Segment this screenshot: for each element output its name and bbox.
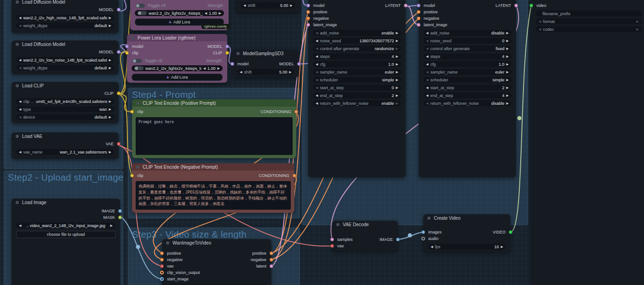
decrement-arrow-icon[interactable]: ◀ xyxy=(316,39,318,42)
decrement-arrow-icon[interactable]: ◀ xyxy=(316,31,318,34)
increment-arrow-icon[interactable]: ▶ xyxy=(396,63,398,66)
widget-return-with-leftover-noise[interactable]: ◀return_with_leftover_noisedisable▶ xyxy=(423,100,512,106)
lora-toggle-switch[interactable] xyxy=(134,66,144,70)
increment-arrow-icon[interactable]: ▶ xyxy=(396,78,398,81)
port-dot[interactable] xyxy=(225,45,229,48)
widget-shift[interactable]: ◀shift5.00▶ xyxy=(237,69,294,75)
increment-arrow-icon[interactable]: ▶ xyxy=(637,20,639,23)
decrement-arrow-icon[interactable]: ◀ xyxy=(426,63,428,66)
node-header[interactable]: Load Diffusion Model xyxy=(12,40,119,48)
increment-arrow-icon[interactable]: ▶ xyxy=(396,94,398,97)
decrement-arrow-icon[interactable]: ◀ xyxy=(539,20,541,23)
decrement-arrow-icon[interactable]: ◀ xyxy=(316,47,318,50)
port-dot[interactable] xyxy=(514,4,518,7)
port-dot[interactable] xyxy=(294,110,298,114)
toggle-all-switch[interactable] xyxy=(136,4,145,8)
port-dot[interactable] xyxy=(297,62,301,66)
port-dot[interactable] xyxy=(117,142,121,146)
port-dot[interactable] xyxy=(117,8,121,11)
collapse-dot-icon[interactable] xyxy=(16,84,19,87)
increment-arrow-icon[interactable]: ▶ xyxy=(637,28,639,31)
hollow-port-dot[interactable] xyxy=(160,277,164,281)
port-dot[interactable] xyxy=(421,230,425,234)
decrement-arrow-icon[interactable]: ◀ xyxy=(316,94,318,97)
decrement-arrow-icon[interactable]: ◀ xyxy=(316,78,318,81)
collapse-dot-icon[interactable] xyxy=(16,201,19,204)
widget-weight-dtype[interactable]: ◀weight_dtypedefault▶ xyxy=(16,23,114,28)
decrement-arrow-icon[interactable]: ◀ xyxy=(19,100,21,103)
collapse-dot-icon[interactable] xyxy=(16,0,19,4)
increment-arrow-icon[interactable]: ▶ xyxy=(109,115,111,119)
decrement-arrow-icon[interactable]: ◀ xyxy=(426,55,428,58)
decrement-arrow-icon[interactable]: ◀ xyxy=(426,86,428,89)
lora-row[interactable]: wan2.2_i2v_lightx2v_4steps_lora_v...◀1.0… xyxy=(135,10,224,16)
increment-arrow-icon[interactable]: ▶ xyxy=(290,4,293,7)
widget-shift[interactable]: ◀shift5.00▶ xyxy=(241,2,295,8)
increment-arrow-icon[interactable]: ▶ xyxy=(396,31,398,34)
decrement-arrow-icon[interactable]: ◀ xyxy=(19,24,21,27)
decrement-arrow-icon[interactable]: ◀ xyxy=(426,39,428,42)
increment-arrow-icon[interactable]: ▶ xyxy=(506,70,509,74)
widget-sampler-name[interactable]: ◀sampler_nameeuler▶ xyxy=(313,69,401,75)
widget-fps[interactable]: ◀fps16▶ xyxy=(428,244,506,250)
increment-arrow-icon[interactable]: ▶ xyxy=(109,100,111,103)
collapse-dot-icon[interactable] xyxy=(427,217,431,220)
node-header[interactable]: Load VAE xyxy=(12,132,119,140)
node-header[interactable]: ModelSamplingSD3 xyxy=(232,50,299,57)
increment-arrow-icon[interactable]: ▶ xyxy=(506,63,509,66)
prompt-textarea[interactable]: 色调艳丽，过曝，静态，细节模糊不清，字幕，风格，作品，画作，画面，静止，整体发灰… xyxy=(136,181,291,210)
widget-device[interactable]: ◀devicedefault▶ xyxy=(16,114,114,120)
increment-arrow-icon[interactable]: ▶ xyxy=(396,70,398,74)
increment-arrow-icon[interactable]: ▶ xyxy=(396,102,398,105)
node-header[interactable]: CLIP Text Encode (Negative Prompt) xyxy=(132,163,294,171)
increment-arrow-icon[interactable]: ▶ xyxy=(396,39,398,42)
node-ksampler-advanced-low[interactable]: modelLATENTpositivenegativelatent_image◀… xyxy=(419,0,516,177)
port-dot[interactable] xyxy=(306,23,310,27)
widget-clip-[interactable]: ◀clip ...umt5_xxl_fp8_e4m3fn_scaled.safe… xyxy=(16,98,114,104)
widget-weight-dtype[interactable]: ◀weight_dtypedefault▶ xyxy=(16,65,114,71)
port-dot[interactable] xyxy=(160,264,164,268)
increment-arrow-icon[interactable]: ▶ xyxy=(506,39,509,42)
increment-arrow-icon[interactable]: ▶ xyxy=(396,55,398,58)
widget-return-with-leftover-noise[interactable]: ◀return_with_leftover_noiseenable▶ xyxy=(313,100,401,106)
node-header[interactable]: Load Image xyxy=(12,199,120,206)
toggle-all-switch[interactable] xyxy=(132,59,142,63)
collapse-dot-icon[interactable] xyxy=(136,102,139,105)
collapse-dot-icon[interactable] xyxy=(166,241,169,245)
decrement-arrow-icon[interactable]: ◀ xyxy=(19,108,21,111)
hollow-port-dot[interactable] xyxy=(160,271,164,274)
node-header[interactable]: CLIP Text Encode (Positive Prompt) xyxy=(132,99,296,107)
lora-toggle-switch[interactable] xyxy=(138,11,147,15)
port-dot[interactable] xyxy=(404,4,408,7)
port-dot[interactable] xyxy=(417,17,420,20)
port-dot[interactable] xyxy=(130,174,134,177)
prompt-textarea[interactable]: Prompt goes here xyxy=(136,117,293,155)
node-load-diffusion-model-low[interactable]: Load Diffusion ModelMODEL◀wan2.2_i2v_low… xyxy=(12,40,119,74)
collapse-dot-icon[interactable] xyxy=(131,36,134,40)
lora-row[interactable]: wan2.2_i2v_lightx2v_4steps_lora_v...◀1.0… xyxy=(132,65,223,71)
increment-arrow-icon[interactable]: ▶ xyxy=(219,11,221,15)
decrement-arrow-icon[interactable]: ◀ xyxy=(316,102,318,105)
node-power-lora-loader-2[interactable]: Power Lora Loader (rgthree)modelMODELcli… xyxy=(127,34,227,83)
port-dot[interactable] xyxy=(270,258,273,262)
port-dot[interactable] xyxy=(509,230,512,234)
node-ksampler-advanced-high[interactable]: modelLATENTpositivenegativelatent_image◀… xyxy=(308,0,406,177)
node-clip-text-encode-positive[interactable]: CLIP Text Encode (Positive Prompt)clipCO… xyxy=(132,99,296,158)
node-wan-image-to-video[interactable]: WanImageToVideopositivepositivenegativen… xyxy=(162,239,271,285)
decrement-arrow-icon[interactable]: ◀ xyxy=(19,16,21,19)
widget-end-at-step[interactable]: ◀end_at_step2▶ xyxy=(313,92,401,98)
port-dot[interactable] xyxy=(225,51,229,55)
node-load-image[interactable]: Load ImageIMAGEMASK◀.. video_wan2_2_14B_… xyxy=(12,199,120,285)
increment-arrow-icon[interactable]: ▶ xyxy=(506,55,509,58)
node-load-vae[interactable]: Load VAEVAE◀vae_namewan_2.1_vae.safetens… xyxy=(12,132,119,159)
port-dot[interactable] xyxy=(417,4,420,7)
port-dot[interactable] xyxy=(160,251,164,255)
widget-value[interactable]: ◀wan2.2_i2v_high_noise_14B_fp8_scaled.sa… xyxy=(16,15,114,21)
increment-arrow-icon[interactable]: ▶ xyxy=(506,86,509,89)
node-header[interactable]: WanImageToVideo xyxy=(162,239,271,246)
increment-arrow-icon[interactable]: ▶ xyxy=(501,245,503,248)
widget-sampler-name[interactable]: ◀sampler_nameeuler▶ xyxy=(423,69,512,75)
upload-button[interactable]: choose file to upload xyxy=(16,231,115,238)
widget-cfg[interactable]: ◀cfg1.0▶ xyxy=(313,61,401,67)
increment-arrow-icon[interactable]: ▶ xyxy=(396,86,398,89)
